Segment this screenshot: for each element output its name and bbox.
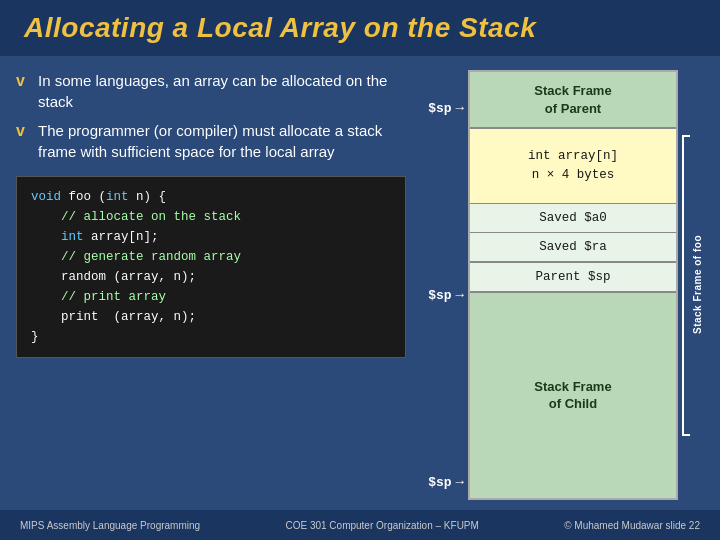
sp-text-mid: $sp (428, 288, 451, 303)
main-content: v In some languages, an array can be all… (0, 56, 720, 508)
parent-sp-text: Parent $sp (535, 270, 610, 284)
code-line-1: void foo (int n) { (31, 187, 391, 207)
bullet-1: v In some languages, an array can be all… (16, 70, 406, 112)
sp-text-top: $sp (428, 101, 451, 116)
code-line-8: } (31, 327, 391, 347)
foo-frame-text: Stack Frame of foo (692, 235, 703, 334)
footer-right: © Muhamed Mudawar slide 22 (564, 520, 700, 531)
code-line-4: // generate random array (31, 247, 391, 267)
sp-label-top: $sp → (428, 100, 464, 116)
footer: MIPS Assembly Language Programming COE 3… (0, 510, 720, 540)
sp-arrow-mid: → (456, 287, 464, 303)
sp-labels-column: $sp → $sp → $sp → (414, 70, 464, 500)
slide-title: Allocating a Local Array on the Stack (0, 0, 720, 56)
code-line-3: int array[n]; (31, 227, 391, 247)
saved-ra-cell: Saved $ra (470, 233, 676, 263)
stack-visual: Stack Frameof Parent int array[n] n × 4 … (468, 70, 678, 500)
sp-arrow-bot: → (456, 474, 464, 490)
sp-label-bot: $sp → (428, 474, 464, 490)
code-line-5: random (array, n); (31, 267, 391, 287)
array-label-line2: n × 4 bytes (532, 168, 615, 182)
code-line-7: print (array, n); (31, 307, 391, 327)
right-panel: $sp → $sp → $sp → Stack Frameof Parent (414, 70, 704, 500)
sp-text-bot: $sp (428, 475, 451, 490)
bullet-2: v The programmer (or compiler) must allo… (16, 120, 406, 162)
bullet-text-1: In some languages, an array can be alloc… (38, 70, 406, 112)
code-block: void foo (int n) { // allocate on the st… (16, 176, 406, 358)
left-panel: v In some languages, an array can be all… (16, 70, 406, 500)
footer-left: MIPS Assembly Language Programming (20, 520, 200, 531)
saved-a0-cell: Saved $a0 (470, 204, 676, 233)
bullet-text-2: The programmer (or compiler) must alloca… (38, 120, 406, 162)
array-label-line1: int array[n] (528, 149, 618, 163)
foo-bracket (682, 135, 690, 436)
parent-frame-label: Stack Frameof Parent (470, 72, 676, 129)
sp-label-mid: $sp → (428, 287, 464, 303)
child-frame-label: Stack Frameof Child (470, 293, 676, 498)
parent-sp-cell: Parent $sp (470, 263, 676, 293)
bullet-marker-2: v (16, 120, 32, 142)
saved-ra-text: Saved $ra (539, 240, 607, 254)
slide: Allocating a Local Array on the Stack v … (0, 0, 720, 540)
bullet-marker-1: v (16, 70, 32, 92)
array-cell: int array[n] n × 4 bytes (470, 129, 676, 204)
code-line-6: // print array (31, 287, 391, 307)
foo-frame-side-label: Stack Frame of foo (682, 70, 704, 500)
footer-center: COE 301 Computer Organization – KFUPM (285, 520, 478, 531)
code-line-2: // allocate on the stack (31, 207, 391, 227)
title-text: Allocating a Local Array on the Stack (24, 12, 536, 43)
sp-arrow-top: → (456, 100, 464, 116)
saved-a0-text: Saved $a0 (539, 211, 607, 225)
